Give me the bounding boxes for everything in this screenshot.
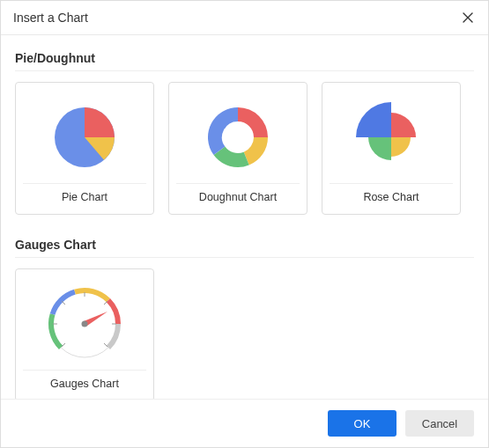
close-icon[interactable]: [460, 10, 476, 26]
gauges-grid: Gauges Chart: [15, 268, 474, 399]
dialog-footer: OK Cancel: [1, 399, 488, 447]
chart-option-gauges[interactable]: Gauges Chart: [15, 268, 154, 399]
pie-chart-icon: [23, 92, 146, 184]
chart-option-label: Gauges Chart: [50, 378, 119, 393]
chart-option-label: Pie Chart: [62, 191, 107, 207]
rose-chart-icon: [330, 92, 453, 184]
section-title-gauges: Gauges Chart: [15, 231, 474, 258]
ok-button[interactable]: OK: [328, 410, 396, 437]
chart-option-doughnut[interactable]: Doughnut Chart: [168, 82, 307, 215]
svg-line-8: [104, 343, 107, 347]
section-title-pie: Pie/Doughnut: [15, 44, 474, 71]
dialog-titlebar: Insert a Chart: [1, 1, 488, 35]
dialog-body: Pie/Doughnut Pie Chart: [1, 35, 488, 399]
svg-line-4: [62, 301, 65, 305]
svg-line-2: [62, 343, 65, 347]
pie-grid: Pie Chart Doughnut Chart: [15, 82, 474, 215]
cancel-button[interactable]: Cancel: [405, 410, 474, 437]
chart-option-label: Doughnut Chart: [199, 191, 277, 207]
chart-option-pie[interactable]: Pie Chart: [15, 82, 154, 215]
dialog-title: Insert a Chart: [13, 11, 88, 25]
gauges-chart-icon: [23, 278, 146, 371]
svg-line-6: [104, 301, 107, 305]
chart-option-label: Rose Chart: [363, 191, 419, 207]
doughnut-chart-icon: [176, 92, 300, 184]
chart-option-rose[interactable]: Rose Chart: [322, 82, 461, 215]
svg-point-10: [82, 321, 88, 327]
